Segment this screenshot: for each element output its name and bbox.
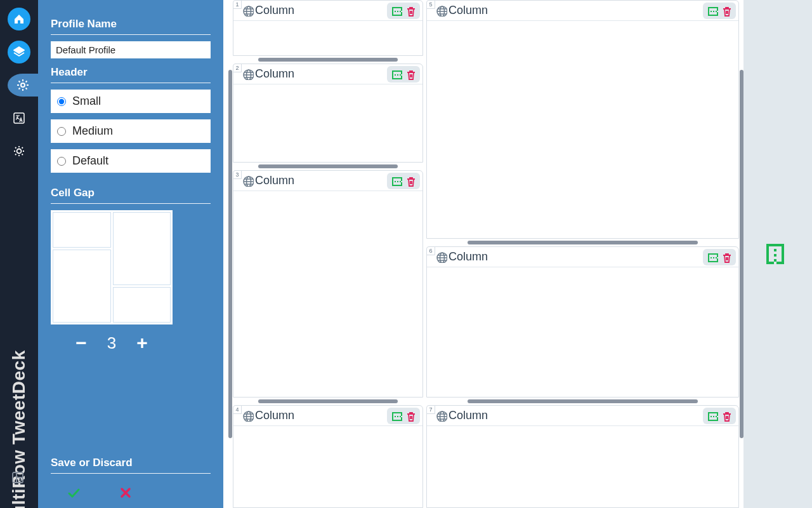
cell-gap-increase[interactable]: + (136, 332, 148, 354)
split-horizontal-icon (391, 175, 402, 187)
globe-icon (436, 5, 447, 17)
delete-column-button[interactable] (405, 410, 416, 422)
split-column-button[interactable] (391, 175, 402, 187)
save-button[interactable] (67, 486, 81, 500)
nav-rail: MultiRow TweetDeck (0, 0, 38, 508)
delete-column-button[interactable] (405, 69, 416, 80)
cell-gap-decrease[interactable]: − (75, 332, 87, 354)
header-option-default[interactable]: Default (51, 149, 211, 173)
cell-gap-stepper: − 3 + (51, 332, 173, 354)
column-divider[interactable] (228, 70, 232, 438)
column-title: Column (255, 409, 387, 422)
column-number: 5 (426, 0, 435, 9)
check-icon (67, 486, 81, 500)
column-number: 6 (426, 246, 435, 255)
section-profile-name: Profile Name (51, 18, 211, 35)
trash-icon (405, 5, 416, 17)
cell-gap-value: 3 (107, 333, 116, 353)
nav-theme-button[interactable] (8, 140, 30, 163)
nav-layout-add-button[interactable] (8, 467, 30, 490)
split-horizontal-icon (391, 5, 402, 17)
language-icon (13, 112, 25, 124)
nav-settings-button[interactable] (8, 74, 38, 97)
delete-column-button[interactable] (405, 5, 416, 17)
home-icon (13, 13, 25, 25)
globe-icon (436, 251, 447, 263)
delete-column-button[interactable] (721, 410, 732, 422)
trash-icon (721, 410, 732, 422)
trash-icon (405, 175, 416, 187)
nav-home-button[interactable] (8, 8, 30, 30)
split-column-button[interactable] (391, 410, 402, 422)
column-cell[interactable]: 3 Column (233, 170, 423, 398)
column-number: 7 (426, 405, 435, 414)
column-cell[interactable]: 4 Column (233, 405, 423, 508)
row-divider[interactable] (258, 399, 398, 403)
split-column-button[interactable] (707, 251, 718, 263)
trash-icon (721, 5, 732, 17)
gear-icon (16, 79, 29, 91)
header-radio-default[interactable] (57, 157, 66, 166)
column-title: Column (255, 4, 387, 17)
column-title: Column (449, 409, 703, 422)
column-title: Column (449, 250, 703, 264)
split-column-button[interactable] (391, 5, 402, 17)
column-number: 3 (233, 170, 242, 179)
layout-canvas: 1 Column 2 Column 3 Column (223, 0, 812, 508)
column-cell[interactable]: 5 Column (426, 0, 739, 239)
x-icon (119, 486, 133, 500)
column-title: Column (255, 67, 387, 81)
header-option-small[interactable]: Small (51, 90, 211, 113)
header-option-label: Medium (72, 124, 113, 138)
section-header: Header (51, 66, 211, 83)
nav-language-button[interactable] (8, 107, 30, 130)
discard-button[interactable] (119, 486, 133, 500)
column-title: Column (449, 4, 703, 17)
header-option-label: Small (72, 95, 101, 108)
add-column-area[interactable] (743, 0, 812, 508)
delete-column-button[interactable] (721, 5, 732, 17)
column-number: 1 (233, 0, 242, 9)
column-cell[interactable]: 1 Column (233, 0, 423, 56)
split-horizontal-icon (707, 410, 718, 422)
delete-column-button[interactable] (721, 251, 732, 263)
layout-add-icon (11, 471, 27, 486)
trash-icon (405, 69, 416, 80)
split-horizontal-icon (707, 251, 718, 263)
section-cell-gap: Cell Gap (51, 187, 211, 204)
globe-icon (242, 5, 254, 17)
row-divider[interactable] (258, 164, 398, 168)
header-option-label: Default (72, 154, 108, 168)
header-radio-medium[interactable] (57, 127, 66, 136)
split-column-button[interactable] (391, 69, 402, 80)
column-cell[interactable]: 7 Column (426, 405, 739, 508)
column-title: Column (255, 174, 387, 187)
row-divider[interactable] (468, 399, 698, 403)
profile-name-input[interactable] (51, 41, 211, 58)
section-save-discard: Save or Discard (51, 457, 211, 474)
split-column-button[interactable] (707, 5, 718, 17)
delete-column-button[interactable] (405, 175, 416, 187)
split-horizontal-icon (707, 5, 718, 17)
column-cell[interactable]: 2 Column (233, 64, 423, 163)
column-cell[interactable]: 6 Column (426, 246, 739, 398)
split-column-button[interactable] (707, 410, 718, 422)
split-horizontal-icon (391, 410, 402, 422)
globe-icon (436, 410, 447, 422)
globe-icon (242, 69, 254, 80)
globe-icon (242, 410, 254, 422)
globe-icon (242, 175, 254, 187)
trash-icon (721, 251, 732, 263)
row-divider[interactable] (258, 58, 398, 62)
column-number: 4 (233, 405, 242, 414)
settings-panel: Profile Name Header Small Medium Default… (38, 0, 223, 508)
trash-icon (405, 410, 416, 422)
split-vertical-icon (763, 241, 793, 267)
layers-icon (13, 46, 25, 58)
sun-icon (13, 145, 25, 157)
header-option-medium[interactable]: Medium (51, 119, 211, 143)
header-radio-small[interactable] (57, 97, 66, 106)
row-divider[interactable] (468, 241, 698, 244)
nav-layers-button[interactable] (8, 41, 30, 64)
column-number: 2 (233, 64, 242, 72)
